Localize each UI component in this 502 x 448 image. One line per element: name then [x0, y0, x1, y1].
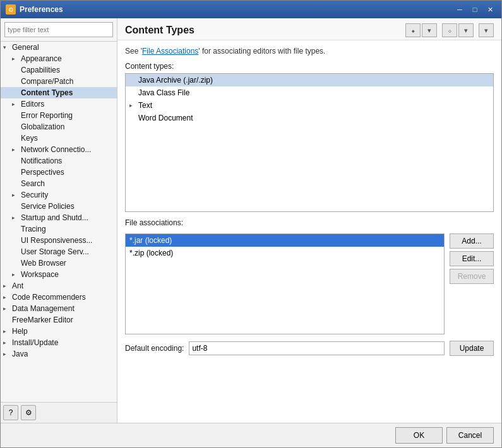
- tree-container: ▾General▸AppearanceCapabilitiesCompare/P…: [1, 42, 117, 402]
- preferences-button[interactable]: ⚙: [21, 405, 36, 420]
- tree-item-label: Tracing: [21, 225, 46, 233]
- tree-item-freemarker-editor[interactable]: FreeMarker Editor: [1, 314, 117, 326]
- preferences-window: ⚙ Preferences ─ □ ✕ ▾General▸AppearanceC…: [0, 0, 502, 448]
- tree-item-editors[interactable]: ▸Editors: [1, 98, 117, 110]
- ct-arrow-icon: ▸: [129, 102, 138, 109]
- update-button[interactable]: Update: [450, 341, 494, 356]
- tree-item-perspectives[interactable]: Perspectives: [1, 167, 117, 178]
- bottom-bar: OK Cancel: [1, 423, 501, 447]
- chevron-down-icon: ▾: [427, 27, 431, 35]
- tree-arrow-icon: ▸: [3, 339, 12, 346]
- tree-item-label: Keys: [21, 134, 38, 143]
- tree-item-capabilities[interactable]: Capabilities: [1, 64, 117, 76]
- help-button[interactable]: ?: [3, 405, 18, 420]
- file-assoc-item-jar[interactable]: *.jar (locked): [126, 234, 444, 247]
- tree-item-error-reporting[interactable]: Error Reporting: [1, 110, 117, 121]
- filter-input[interactable]: [4, 22, 113, 37]
- ct-label: Java Class File: [138, 88, 189, 97]
- right-body: See 'File Associations' for associating …: [117, 40, 501, 423]
- forward-menu-button[interactable]: ▾: [458, 23, 474, 37]
- window-title: Preferences: [20, 5, 450, 14]
- tree-item-label: Java: [12, 350, 28, 358]
- forward-button[interactable]: ⬦: [442, 23, 457, 37]
- tree-item-workspace[interactable]: ▸Workspace: [1, 269, 117, 280]
- content-type-item-java-class[interactable]: Java Class File: [126, 86, 493, 99]
- tree-item-network-connections[interactable]: ▸Network Connectio...: [1, 144, 117, 155]
- maximize-button[interactable]: □: [469, 4, 481, 15]
- tree-item-startup-shutdown[interactable]: ▸Startup and Shutd...: [1, 212, 117, 223]
- tree-item-globalization[interactable]: Globalization: [1, 121, 117, 133]
- add-button[interactable]: Add...: [450, 233, 494, 249]
- tree-item-search[interactable]: Search: [1, 178, 117, 189]
- toolbar-menu-button[interactable]: ▾: [422, 23, 437, 37]
- tree-item-service-policies[interactable]: Service Policies: [1, 201, 117, 212]
- content-types-label: Content types:: [125, 62, 494, 71]
- encoding-row: Default encoding: Update: [125, 341, 494, 356]
- tree-item-label: FreeMarker Editor: [12, 315, 73, 324]
- tree-item-content-types[interactable]: Content Types: [1, 87, 117, 98]
- file-assoc-item-zip[interactable]: *.zip (locked): [126, 247, 444, 259]
- tree-item-label: Globalization: [21, 122, 64, 131]
- close-button[interactable]: ✕: [484, 4, 496, 15]
- tree-item-security[interactable]: ▸Security: [1, 189, 117, 201]
- tree-item-web-browser[interactable]: Web Browser: [1, 257, 117, 269]
- page-title: Content Types: [125, 25, 194, 36]
- content-type-item-jar-zip[interactable]: Java Archive (.jar/.zip): [126, 74, 493, 86]
- tree-item-java[interactable]: ▸Java: [1, 348, 117, 360]
- file-assoc-section: File associations: *.jar (locked)*.zip (…: [125, 218, 494, 334]
- tree-item-label: Install/Update: [12, 338, 58, 347]
- tree-item-data-management[interactable]: ▸Data Management: [1, 303, 117, 314]
- info-text: See 'File Associations' for associating …: [125, 47, 494, 56]
- content-type-item-word-doc[interactable]: Word Document: [126, 112, 493, 124]
- cancel-button[interactable]: Cancel: [446, 427, 494, 444]
- tree-item-keys[interactable]: Keys: [1, 133, 117, 144]
- tree-item-ui-responsiveness[interactable]: UI Responsiveness...: [1, 235, 117, 246]
- remove-button[interactable]: Remove: [450, 269, 494, 284]
- tree-arrow-icon: ▸: [12, 56, 21, 62]
- tree-item-label: Startup and Shutd...: [21, 213, 88, 222]
- minimize-button[interactable]: ─: [453, 4, 466, 15]
- tree-item-label: Ant: [12, 281, 23, 290]
- file-associations-link[interactable]: File Associations: [142, 47, 198, 56]
- forward-menu-icon: ▾: [464, 27, 468, 35]
- window-icon: ⚙: [6, 4, 16, 15]
- toolbar-extra-button[interactable]: ▾: [479, 23, 494, 37]
- ct-label: Word Document: [138, 114, 193, 122]
- tree-arrow-icon: ▸: [12, 271, 21, 278]
- tree-arrow-icon: ▸: [12, 192, 21, 198]
- ct-label: Java Archive (.jar/.zip): [138, 76, 213, 85]
- tree-arrow-icon: ▸: [3, 283, 12, 289]
- tree-item-label: Capabilities: [21, 66, 60, 74]
- filter-box: [1, 18, 117, 42]
- tree-item-install-update[interactable]: ▸Install/Update: [1, 337, 117, 348]
- tree-item-compare-patch[interactable]: Compare/Patch: [1, 76, 117, 87]
- tree-item-help[interactable]: ▸Help: [1, 326, 117, 337]
- tree-item-label: Compare/Patch: [21, 77, 73, 86]
- left-panel: ▾General▸AppearanceCapabilitiesCompare/P…: [1, 18, 117, 423]
- titlebar: ⚙ Preferences ─ □ ✕: [1, 1, 501, 18]
- tree-item-appearance[interactable]: ▸Appearance: [1, 53, 117, 64]
- tree-item-user-storage[interactable]: User Storage Serv...: [1, 246, 117, 257]
- forward-icon: ⬦: [448, 27, 452, 34]
- window-controls: ─ □ ✕: [453, 4, 496, 15]
- encoding-label: Default encoding:: [125, 344, 184, 353]
- tree-item-label: Service Policies: [21, 202, 75, 211]
- tree-item-tracing[interactable]: Tracing: [1, 223, 117, 235]
- ok-button[interactable]: OK: [395, 427, 443, 444]
- file-assoc-list[interactable]: *.jar (locked)*.zip (locked): [125, 233, 445, 334]
- info-post: ' for associating editors with file type…: [198, 47, 325, 56]
- content-type-item-text[interactable]: ▸Text: [126, 99, 493, 112]
- tree-item-label: UI Responsiveness...: [21, 236, 92, 245]
- edit-button[interactable]: Edit...: [450, 251, 494, 266]
- back-button[interactable]: ⬥: [405, 23, 421, 37]
- tree-item-label: Search: [21, 179, 45, 188]
- tree-item-notifications[interactable]: Notifications: [1, 155, 117, 167]
- tree-arrow-icon: ▸: [3, 351, 12, 357]
- tree-item-code-recommenders[interactable]: ▸Code Recommenders: [1, 292, 117, 303]
- tree-item-ant[interactable]: ▸Ant: [1, 280, 117, 292]
- tree-item-general[interactable]: ▾General: [1, 42, 117, 53]
- content-types-list[interactable]: Java Archive (.jar/.zip)Java Class File▸…: [125, 73, 494, 212]
- tree-arrow-icon: ▸: [12, 101, 21, 107]
- encoding-input[interactable]: [189, 341, 445, 355]
- content-types-section: Content types: Java Archive (.jar/.zip)J…: [125, 62, 494, 212]
